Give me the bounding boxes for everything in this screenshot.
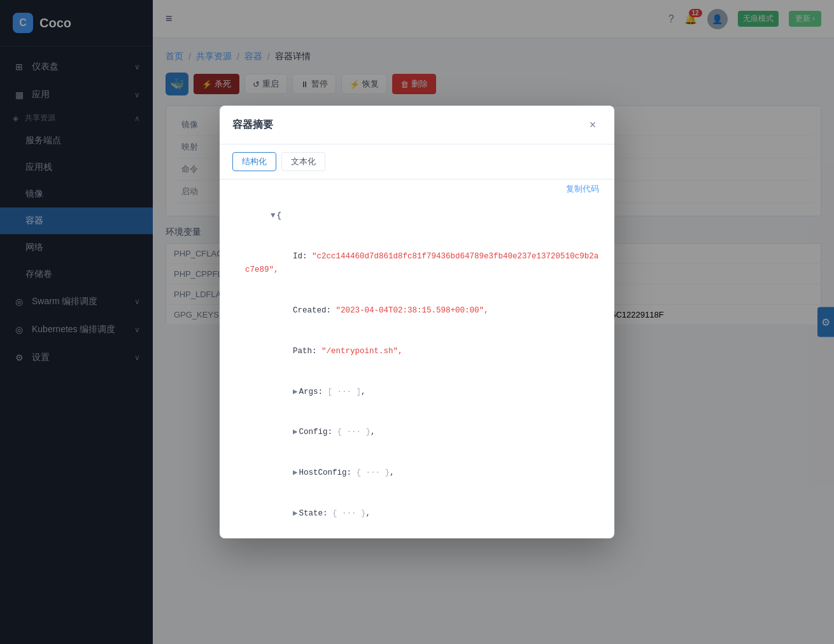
modal-actions: 复制代码 — [220, 179, 614, 196]
modal-body[interactable]: ▼{ Id: "c2cc144460d7d861d8fc81f79436bd64… — [220, 196, 614, 538]
copy-code-button[interactable]: 复制代码 — [563, 182, 602, 196]
json-content: Id: "c2cc144460d7d861d8fc81f79436bd64789… — [245, 237, 602, 538]
modal-title: 容器摘要 — [232, 118, 273, 132]
args-collapse-toggle[interactable]: ▶ — [293, 388, 298, 396]
container-summary-modal: 容器摘要 × 结构化 文本化 复制代码 ▼{ Id: "c2cc144460d7… — [220, 106, 614, 538]
modal-tabs: 结构化 文本化 — [220, 144, 614, 179]
json-root-open: ▼{ — [232, 196, 602, 237]
modal-close-button[interactable]: × — [584, 116, 602, 134]
tab-structured[interactable]: 结构化 — [232, 152, 276, 171]
hostconfig-collapse-toggle[interactable]: ▶ — [293, 468, 298, 477]
modal-header: 容器摘要 × — [220, 106, 614, 144]
collapse-toggle[interactable]: ▼ — [271, 211, 276, 220]
tab-text[interactable]: 文本化 — [281, 152, 325, 171]
modal-overlay[interactable]: 容器摘要 × 结构化 文本化 复制代码 ▼{ Id: "c2cc144460d7… — [0, 0, 834, 644]
config-collapse-toggle[interactable]: ▶ — [293, 428, 298, 437]
state-collapse-toggle[interactable]: ▶ — [293, 509, 298, 518]
